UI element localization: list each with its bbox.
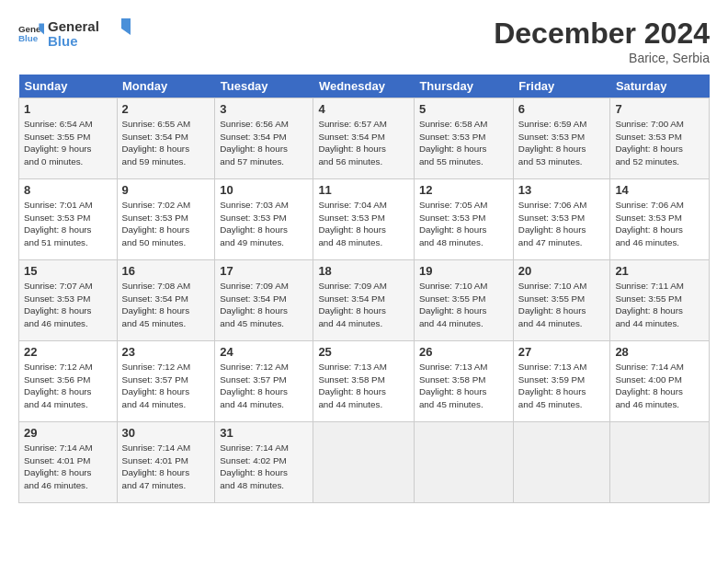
day-number: 17 xyxy=(220,264,308,278)
calendar-week-row: 15Sunrise: 7:07 AMSunset: 3:53 PMDayligh… xyxy=(19,260,710,341)
day-info: Sunrise: 7:09 AMSunset: 3:54 PMDaylight:… xyxy=(318,280,409,330)
table-row: 22Sunrise: 7:12 AMSunset: 3:56 PMDayligh… xyxy=(19,341,118,422)
table-row: 4Sunrise: 6:57 AMSunset: 3:54 PMDaylight… xyxy=(313,98,415,179)
day-info: Sunrise: 7:04 AMSunset: 3:53 PMDaylight:… xyxy=(318,199,409,249)
day-info: Sunrise: 7:00 AMSunset: 3:53 PMDaylight:… xyxy=(615,118,704,168)
day-info: Sunrise: 7:14 AMSunset: 4:02 PMDaylight:… xyxy=(220,442,308,492)
col-saturday: Saturday xyxy=(610,75,710,98)
day-info: Sunrise: 6:59 AMSunset: 3:53 PMDaylight:… xyxy=(518,118,606,168)
day-info: Sunrise: 7:07 AMSunset: 3:53 PMDaylight:… xyxy=(24,280,112,330)
day-info: Sunrise: 6:54 AMSunset: 3:55 PMDaylight:… xyxy=(24,118,112,168)
day-number: 7 xyxy=(615,102,704,116)
table-row: 18Sunrise: 7:09 AMSunset: 3:54 PMDayligh… xyxy=(313,260,415,341)
location-subtitle: Barice, Serbia xyxy=(494,51,710,65)
day-info: Sunrise: 7:13 AMSunset: 3:58 PMDaylight:… xyxy=(318,361,409,411)
day-number: 19 xyxy=(419,264,508,278)
day-info: Sunrise: 7:10 AMSunset: 3:55 PMDaylight:… xyxy=(419,280,508,330)
table-row: 7Sunrise: 7:00 AMSunset: 3:53 PMDaylight… xyxy=(610,98,710,179)
day-number: 2 xyxy=(122,102,210,116)
day-number: 25 xyxy=(318,345,409,359)
day-number: 31 xyxy=(220,426,308,440)
day-number: 4 xyxy=(318,102,409,116)
day-info: Sunrise: 7:12 AMSunset: 3:56 PMDaylight:… xyxy=(24,361,112,411)
day-info: Sunrise: 7:12 AMSunset: 3:57 PMDaylight:… xyxy=(122,361,210,411)
day-info: Sunrise: 7:03 AMSunset: 3:53 PMDaylight:… xyxy=(220,199,308,249)
day-info: Sunrise: 6:58 AMSunset: 3:53 PMDaylight:… xyxy=(419,118,508,168)
day-number: 10 xyxy=(220,183,308,197)
day-info: Sunrise: 7:14 AMSunset: 4:01 PMDaylight:… xyxy=(122,442,210,492)
day-number: 8 xyxy=(24,183,112,197)
day-number: 30 xyxy=(122,426,210,440)
day-number: 18 xyxy=(318,264,409,278)
table-row xyxy=(414,422,513,503)
day-number: 20 xyxy=(518,264,606,278)
day-info: Sunrise: 7:14 AMSunset: 4:01 PMDaylight:… xyxy=(24,442,112,492)
table-row: 27Sunrise: 7:13 AMSunset: 3:59 PMDayligh… xyxy=(513,341,610,422)
logo-svg: General Blue xyxy=(48,17,131,50)
table-row: 23Sunrise: 7:12 AMSunset: 3:57 PMDayligh… xyxy=(117,341,215,422)
day-info: Sunrise: 7:08 AMSunset: 3:54 PMDaylight:… xyxy=(122,280,210,330)
calendar-table: Sunday Monday Tuesday Wednesday Thursday… xyxy=(18,75,710,503)
calendar-week-row: 8Sunrise: 7:01 AMSunset: 3:53 PMDaylight… xyxy=(19,179,710,260)
day-number: 15 xyxy=(24,264,112,278)
day-number: 9 xyxy=(122,183,210,197)
day-number: 1 xyxy=(24,102,112,116)
day-info: Sunrise: 7:10 AMSunset: 3:55 PMDaylight:… xyxy=(518,280,606,330)
col-thursday: Thursday xyxy=(414,75,513,98)
table-row: 24Sunrise: 7:12 AMSunset: 3:57 PMDayligh… xyxy=(215,341,313,422)
month-year-title: December 2024 xyxy=(494,17,710,51)
table-row: 2Sunrise: 6:55 AMSunset: 3:54 PMDaylight… xyxy=(117,98,215,179)
title-block: December 2024 Barice, Serbia xyxy=(494,17,710,65)
col-tuesday: Tuesday xyxy=(215,75,313,98)
table-row: 16Sunrise: 7:08 AMSunset: 3:54 PMDayligh… xyxy=(117,260,215,341)
day-number: 29 xyxy=(24,426,112,440)
table-row xyxy=(610,422,710,503)
day-number: 24 xyxy=(220,345,308,359)
col-friday: Friday xyxy=(513,75,610,98)
table-row: 30Sunrise: 7:14 AMSunset: 4:01 PMDayligh… xyxy=(117,422,215,503)
day-number: 12 xyxy=(419,183,508,197)
day-number: 26 xyxy=(419,345,508,359)
col-monday: Monday xyxy=(117,75,215,98)
page-header: General Blue General Blue December 2024 … xyxy=(18,17,710,65)
table-row: 14Sunrise: 7:06 AMSunset: 3:53 PMDayligh… xyxy=(610,179,710,260)
calendar-week-row: 29Sunrise: 7:14 AMSunset: 4:01 PMDayligh… xyxy=(19,422,710,503)
table-row: 5Sunrise: 6:58 AMSunset: 3:53 PMDaylight… xyxy=(414,98,513,179)
day-info: Sunrise: 7:01 AMSunset: 3:53 PMDaylight:… xyxy=(24,199,112,249)
table-row: 9Sunrise: 7:02 AMSunset: 3:53 PMDaylight… xyxy=(117,179,215,260)
table-row: 13Sunrise: 7:06 AMSunset: 3:53 PMDayligh… xyxy=(513,179,610,260)
svg-text:Blue: Blue xyxy=(48,33,78,49)
table-row: 21Sunrise: 7:11 AMSunset: 3:55 PMDayligh… xyxy=(610,260,710,341)
day-number: 28 xyxy=(615,345,704,359)
table-row: 19Sunrise: 7:10 AMSunset: 3:55 PMDayligh… xyxy=(414,260,513,341)
day-info: Sunrise: 7:06 AMSunset: 3:53 PMDaylight:… xyxy=(615,199,704,249)
day-number: 22 xyxy=(24,345,112,359)
table-row: 20Sunrise: 7:10 AMSunset: 3:55 PMDayligh… xyxy=(513,260,610,341)
calendar-week-row: 1Sunrise: 6:54 AMSunset: 3:55 PMDaylight… xyxy=(19,98,710,179)
table-row: 1Sunrise: 6:54 AMSunset: 3:55 PMDaylight… xyxy=(19,98,118,179)
day-number: 21 xyxy=(615,264,704,278)
svg-text:Blue: Blue xyxy=(18,33,39,43)
day-number: 23 xyxy=(122,345,210,359)
day-info: Sunrise: 6:55 AMSunset: 3:54 PMDaylight:… xyxy=(122,118,210,168)
table-row: 3Sunrise: 6:56 AMSunset: 3:54 PMDaylight… xyxy=(215,98,313,179)
table-row: 29Sunrise: 7:14 AMSunset: 4:01 PMDayligh… xyxy=(19,422,118,503)
day-info: Sunrise: 7:09 AMSunset: 3:54 PMDaylight:… xyxy=(220,280,308,330)
table-row: 26Sunrise: 7:13 AMSunset: 3:58 PMDayligh… xyxy=(414,341,513,422)
day-number: 27 xyxy=(518,345,606,359)
day-number: 11 xyxy=(318,183,409,197)
svg-text:General: General xyxy=(48,18,99,34)
calendar-week-row: 22Sunrise: 7:12 AMSunset: 3:56 PMDayligh… xyxy=(19,341,710,422)
logo-icon: General Blue xyxy=(18,20,44,46)
day-info: Sunrise: 7:13 AMSunset: 3:59 PMDaylight:… xyxy=(518,361,606,411)
day-info: Sunrise: 7:06 AMSunset: 3:53 PMDaylight:… xyxy=(518,199,606,249)
day-info: Sunrise: 6:57 AMSunset: 3:54 PMDaylight:… xyxy=(318,118,409,168)
table-row: 6Sunrise: 6:59 AMSunset: 3:53 PMDaylight… xyxy=(513,98,610,179)
calendar-header-row: Sunday Monday Tuesday Wednesday Thursday… xyxy=(19,75,710,98)
table-row: 12Sunrise: 7:05 AMSunset: 3:53 PMDayligh… xyxy=(414,179,513,260)
table-row: 15Sunrise: 7:07 AMSunset: 3:53 PMDayligh… xyxy=(19,260,118,341)
day-number: 16 xyxy=(122,264,210,278)
day-info: Sunrise: 7:05 AMSunset: 3:53 PMDaylight:… xyxy=(419,199,508,249)
svg-marker-5 xyxy=(121,18,131,35)
day-number: 5 xyxy=(419,102,508,116)
